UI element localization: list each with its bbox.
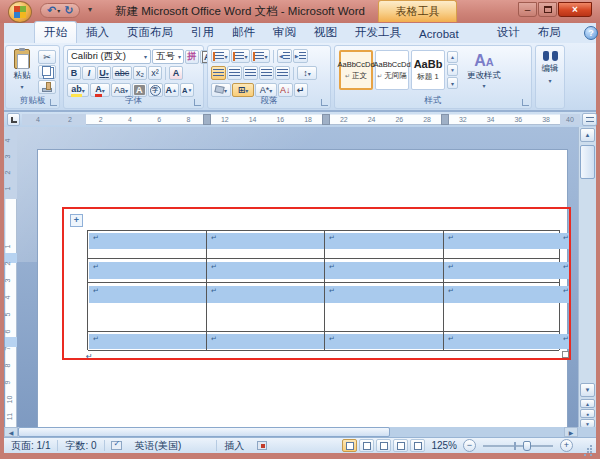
insert-mode-indicator[interactable]: 插入 <box>217 439 251 453</box>
ruler-toggle-button[interactable] <box>582 113 597 126</box>
tab-page-layout[interactable]: 页面布局 <box>118 22 182 43</box>
zoom-in-button[interactable]: + <box>560 439 573 452</box>
superscript-button[interactable]: x² <box>148 66 162 80</box>
close-button[interactable]: × <box>558 2 592 17</box>
word-count[interactable]: 字数: 0 <box>58 439 103 453</box>
tab-stop-selector[interactable] <box>7 113 20 126</box>
help-button[interactable]: ? <box>584 26 598 40</box>
minimize-button[interactable]: – <box>518 2 537 17</box>
tab-review[interactable]: 审阅 <box>264 22 305 43</box>
window-resize-grip[interactable] <box>583 441 592 450</box>
clear-formatting-button[interactable]: A <box>169 66 183 80</box>
zoom-out-button[interactable]: − <box>463 439 476 452</box>
tab-view[interactable]: 视图 <box>305 22 346 43</box>
dialog-launcher-icon[interactable] <box>321 99 328 106</box>
numbering-button[interactable]: ▾ <box>231 49 250 63</box>
horizontal-scrollbar[interactable]: ◀ ▶ <box>4 427 596 437</box>
scroll-right-button[interactable]: ▶ <box>564 427 578 437</box>
style-item-heading1[interactable]: AaBb 标题 1 <box>411 50 445 90</box>
print-layout-view-button[interactable] <box>342 439 357 452</box>
cut-button[interactable]: ✂ <box>38 50 56 64</box>
bold-button[interactable]: B <box>67 66 81 80</box>
select-browse-object-button[interactable]: ● <box>580 409 595 418</box>
office-button[interactable] <box>8 1 32 23</box>
tab-developer[interactable]: 开发工具 <box>346 22 410 43</box>
tab-home[interactable]: 开始 <box>34 21 77 43</box>
language-indicator[interactable]: 英语(美国) <box>128 439 189 453</box>
bullets-button[interactable]: ▾ <box>211 49 230 63</box>
line-spacing-button[interactable]: ↕▾ <box>297 66 317 80</box>
styles-gallery-up-button[interactable]: ▲ <box>447 51 458 63</box>
column-marker[interactable] <box>203 114 211 125</box>
underline-button[interactable]: U▾ <box>97 66 111 80</box>
multilevel-list-button[interactable]: ▾ <box>251 49 270 63</box>
ruler-number: 3 <box>4 155 11 159</box>
vertical-scroll-thumb[interactable] <box>580 145 595 179</box>
qat-customize-button[interactable]: ▾ <box>88 5 92 14</box>
distribute-button[interactable] <box>275 66 290 80</box>
undo-button[interactable]: ↶▾ <box>47 4 60 17</box>
window-title: 新建 Microsoft Office Word 文档 - Microsoft … <box>105 4 375 19</box>
table-move-handle[interactable]: + <box>70 214 83 227</box>
page-indicator[interactable]: 页面: 1/1 <box>4 439 57 453</box>
paste-button[interactable]: 粘贴 ▾ <box>9 49 35 95</box>
scroll-down-button[interactable]: ▼ <box>580 383 595 397</box>
zoom-slider-thumb[interactable] <box>523 441 531 451</box>
dialog-launcher-icon[interactable] <box>50 99 57 106</box>
tab-layout[interactable]: 布局 <box>529 22 570 43</box>
style-item-no-spacing[interactable]: AaBbCcDd ↵ 无间隔 <box>375 50 409 90</box>
ruler-number: 3 <box>4 279 11 283</box>
ruler-number: 8 <box>4 364 11 368</box>
format-painter-button[interactable] <box>38 80 56 94</box>
maximize-button[interactable] <box>538 2 557 17</box>
align-left-button[interactable] <box>211 66 226 80</box>
horizontal-scroll-thumb[interactable] <box>18 427 390 437</box>
justify-button[interactable] <box>259 66 274 80</box>
styles-gallery-down-button[interactable]: ▼ <box>447 64 458 76</box>
strikethrough-button[interactable]: abc <box>112 66 132 80</box>
align-center-button[interactable] <box>227 66 242 80</box>
tab-insert[interactable]: 插入 <box>77 22 118 43</box>
zoom-slider[interactable] <box>483 445 553 447</box>
tab-acrobat[interactable]: Acrobat <box>410 25 468 43</box>
previous-page-button[interactable]: ▲ <box>580 399 595 408</box>
full-screen-reading-view-button[interactable] <box>359 439 374 452</box>
spellcheck-icon[interactable] <box>111 441 122 450</box>
italic-button[interactable]: I <box>82 66 96 80</box>
phonetic-guide-button[interactable]: 拼 <box>185 50 199 64</box>
column-marker[interactable] <box>441 114 449 125</box>
scroll-up-button[interactable]: ▲ <box>580 128 595 142</box>
subscript-button[interactable]: x₂ <box>133 66 147 80</box>
zoom-level[interactable]: 125% <box>427 440 461 451</box>
font-size-combo[interactable]: 五号▾ <box>152 49 184 64</box>
column-marker[interactable] <box>322 114 330 125</box>
vertical-ruler[interactable]: 4 3 2 1 1 2 3 4 5 6 7 8 9 10 11 <box>4 127 18 428</box>
change-styles-button[interactable]: AA 更改样式 ▾ <box>460 52 508 89</box>
scroll-left-button[interactable]: ◀ <box>4 427 18 437</box>
outline-view-button[interactable] <box>393 439 408 452</box>
font-name-combo[interactable]: Calibri (西文)▾ <box>67 49 151 64</box>
horizontal-ruler[interactable]: 42 2468 12141618 22242628 32343638 40 <box>4 112 596 127</box>
editing-menu-button[interactable]: 编辑 ▾ <box>536 51 564 84</box>
style-item-normal[interactable]: AaBbCcDd ↵ 正文 <box>339 50 373 90</box>
tab-design[interactable]: 设计 <box>488 22 529 43</box>
table-resize-handle[interactable] <box>562 351 569 358</box>
document-area[interactable]: 4 3 2 1 1 2 3 4 5 6 7 8 9 10 11 + ↵ ↵ ↵ … <box>4 127 596 428</box>
macro-record-icon[interactable] <box>257 441 267 450</box>
styles-gallery-more-button[interactable]: ▾ <box>447 77 458 89</box>
tab-mailings[interactable]: 邮件 <box>223 22 264 43</box>
distribute-icon <box>277 69 288 78</box>
decrease-indent-button[interactable]: ◀ <box>277 49 292 63</box>
copy-button[interactable] <box>38 65 56 79</box>
increase-indent-button[interactable]: ▶ <box>293 49 308 63</box>
draft-view-button[interactable] <box>410 439 425 452</box>
increase-indent-icon <box>299 52 306 61</box>
dialog-launcher-icon[interactable] <box>522 99 529 106</box>
redo-button[interactable]: ↻ <box>64 4 73 17</box>
tab-references[interactable]: 引用 <box>182 22 223 43</box>
dialog-launcher-icon[interactable] <box>194 99 201 106</box>
web-layout-view-button[interactable] <box>376 439 391 452</box>
align-right-button[interactable] <box>243 66 258 80</box>
print-layout-icon <box>346 442 354 450</box>
vertical-scrollbar[interactable]: ▲ ▼ ▲ ● ▼ <box>578 127 596 428</box>
